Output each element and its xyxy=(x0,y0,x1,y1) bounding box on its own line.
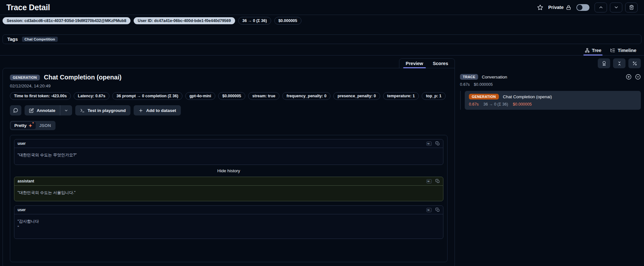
view-mode-tabs: Tree Timeline xyxy=(0,46,644,55)
generation-tree-node[interactable]: GENERATION Chat Completion (openai) 0.67… xyxy=(465,91,641,110)
observation-tabs: Preview Scores xyxy=(399,58,455,68)
collapse-tree-button[interactable] xyxy=(635,74,641,80)
hide-history-link[interactable]: Hide history xyxy=(14,165,443,177)
generation-node-title: Chat Completion (openai) xyxy=(503,94,552,99)
annotate-edit-icon xyxy=(29,108,34,113)
tab-preview[interactable]: Preview xyxy=(402,59,427,68)
metric-badge: Time to first token: -423.00s xyxy=(10,92,71,100)
tab-scores[interactable]: Scores xyxy=(429,59,452,68)
comments-button[interactable] xyxy=(10,105,21,115)
user-id-badge[interactable]: User ID: dc47a41e-06bc-400d-bde1-f0e440d… xyxy=(134,17,235,24)
metrics-toggle-button[interactable] xyxy=(628,58,641,68)
metric-badge: 36 prompt → 0 completion (Σ 36) xyxy=(112,92,182,100)
generation-tokens: 36 → 0 (Σ 36) xyxy=(484,102,508,107)
generation-title: Chat Completion (openai) xyxy=(44,74,122,81)
message-header: user M↓ xyxy=(14,139,443,148)
active-tab-underline xyxy=(403,67,426,68)
format-toggle: Pretty ✦✦ JSON xyxy=(10,121,56,130)
sidebar-toolbar xyxy=(459,58,641,68)
award-icon xyxy=(602,61,607,66)
main-content: Preview Scores GENERATION Chat Completio… xyxy=(0,55,644,266)
session-badge[interactable]: Session: cd3abcd6-c81c-4037-935d-19d9f27… xyxy=(3,17,130,24)
pretty-tab[interactable]: Pretty ✦✦ xyxy=(11,122,36,129)
generation-actions: Annotate Test in playground xyxy=(10,105,448,115)
trace-latency: 0.67s xyxy=(460,82,470,87)
percent-icon xyxy=(632,61,637,66)
next-trace-button[interactable] xyxy=(610,3,622,12)
delete-trace-button[interactable] xyxy=(625,3,638,12)
token-usage-badge: 36 → 0 (Σ 36) xyxy=(238,17,271,25)
message-user-1: user M↓ "대한민국의 수도는 무엇인가요?" xyxy=(14,139,443,165)
scores-toggle-button[interactable] xyxy=(598,58,610,68)
tag-chip[interactable]: Chat Competition xyxy=(22,37,58,42)
generation-timestamp: 02/12/2024, 14:20:49 xyxy=(10,84,448,88)
generation-type-badge: GENERATION xyxy=(10,75,40,80)
trash-icon xyxy=(629,5,634,10)
json-tab[interactable]: JSON xyxy=(36,122,55,129)
trace-cost: $0.000005 xyxy=(474,82,493,87)
messages-container: user M↓ "대한민국의 수도는 무엇인가요?" Hide histor xyxy=(10,135,448,262)
message-header: user M↓ xyxy=(14,206,443,214)
tab-tree[interactable]: Tree xyxy=(585,46,602,55)
markdown-toggle-icon[interactable]: M↓ xyxy=(426,179,432,183)
tab-timeline[interactable]: Timeline xyxy=(610,46,636,55)
message-content: "대한민국의 수도는 무엇인가요?" xyxy=(14,148,443,165)
fold-vertical-icon xyxy=(617,61,622,66)
generation-node-header: GENERATION Chat Completion (openai) xyxy=(469,94,637,100)
active-tab-underline xyxy=(583,55,603,55)
copy-button[interactable] xyxy=(435,141,440,146)
markdown-toggle-icon[interactable]: M↓ xyxy=(426,142,432,146)
message-header-icons: M↓ xyxy=(426,141,440,146)
annotate-button[interactable]: Annotate xyxy=(25,105,60,115)
copy-icon xyxy=(435,179,440,183)
copy-button[interactable] xyxy=(435,208,440,212)
lock-icon xyxy=(566,5,571,10)
message-assistant: assistant M↓ "대한민국의 수도는 서울입니다." xyxy=(14,177,443,201)
page-header: Trace Detail Private xyxy=(0,0,644,15)
generation-cost: $0.000005 xyxy=(513,102,532,107)
message-role: user xyxy=(18,208,26,212)
terminal-icon xyxy=(80,108,85,113)
plus-icon xyxy=(138,108,143,113)
plus-circle-icon xyxy=(626,74,632,80)
generation-tree-node-row: GENERATION Chat Completion (openai) 0.67… xyxy=(459,91,641,110)
collapse-all-button[interactable] xyxy=(613,58,625,68)
comment-bubble-icon xyxy=(13,108,18,113)
generation-header: GENERATION Chat Completion (openai) xyxy=(10,74,448,81)
annotate-split-button: Annotate xyxy=(25,105,72,115)
message-content: "대한민국의 수도는 서울입니다." xyxy=(14,186,443,201)
chevron-down-icon xyxy=(614,5,619,10)
metric-badge: gpt-4o-mini xyxy=(185,92,215,100)
public-sharing-toggle[interactable] xyxy=(576,4,589,11)
message-role: assistant xyxy=(18,179,34,183)
annotate-dropdown-button[interactable] xyxy=(60,105,72,115)
observation-panel: GENERATION Chat Completion (openai) 02/1… xyxy=(3,68,455,266)
metric-badge: Latency: 0.67s xyxy=(74,92,109,100)
tags-label: Tags xyxy=(7,37,18,42)
trace-tree-root[interactable]: TRACE Conversation xyxy=(459,74,641,80)
favorite-star-button[interactable] xyxy=(537,4,543,11)
expand-all-button[interactable] xyxy=(626,74,632,80)
minus-circle-icon xyxy=(635,74,641,80)
markdown-toggle-icon[interactable]: M↓ xyxy=(426,208,432,212)
copy-icon xyxy=(435,141,440,146)
sparkles-icon: ✦✦ xyxy=(28,123,32,128)
test-in-playground-button[interactable]: Test in playground xyxy=(75,105,131,115)
chevron-up-icon xyxy=(598,5,603,10)
message-content: "감사합니다 " xyxy=(14,214,443,239)
trace-meta-badges: Session: cd3abcd6-c81c-4037-935d-19d9f27… xyxy=(0,15,644,25)
generation-metric-badges: Time to first token: -423.00s Latency: 0… xyxy=(10,92,448,100)
trace-metrics: 0.67s $0.000005 xyxy=(459,82,641,87)
page-title: Trace Detail xyxy=(6,3,50,12)
previous-trace-button[interactable] xyxy=(595,3,607,12)
metric-badge: $0.000005 xyxy=(218,92,245,100)
observation-panel-wrap: Preview Scores GENERATION Chat Completio… xyxy=(3,58,455,266)
trace-nav-buttons xyxy=(595,3,638,12)
privacy-label: Private xyxy=(548,5,571,10)
metric-badge: stream: true xyxy=(248,92,279,100)
copy-button[interactable] xyxy=(435,179,440,183)
timeline-icon xyxy=(610,48,615,53)
add-to-dataset-button[interactable]: Add to dataset xyxy=(134,105,181,115)
generation-type-badge: GENERATION xyxy=(469,94,499,100)
tree-indent-line xyxy=(460,91,461,110)
